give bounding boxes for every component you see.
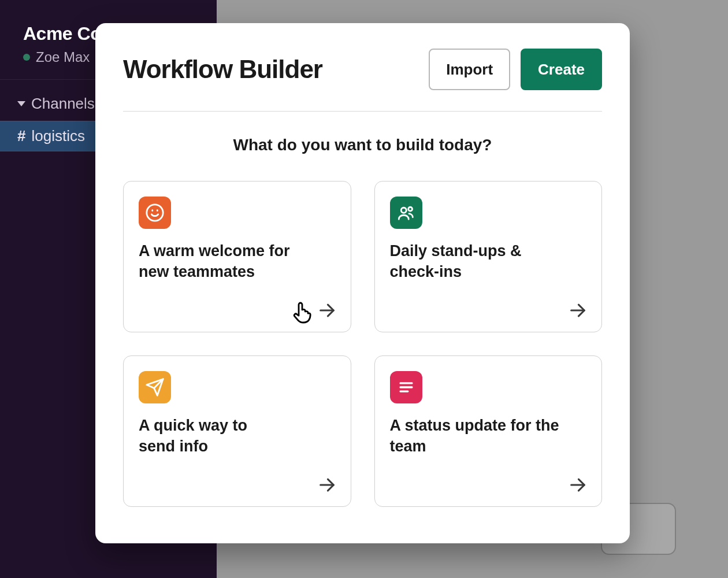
arrow-right-icon	[317, 301, 337, 320]
template-card-title: A quick way to send info	[139, 415, 266, 457]
import-button-label: Import	[446, 61, 493, 79]
template-card-standup[interactable]: Daily stand-ups & check-ins	[374, 181, 603, 332]
hash-icon: #	[17, 127, 25, 145]
modal-header: Workflow Builder Import Create	[123, 49, 602, 90]
template-card-title: A warm welcome for new teammates	[139, 240, 312, 283]
modal-title: Workflow Builder	[123, 55, 322, 84]
people-icon	[390, 197, 422, 229]
channel-name-label: logistics	[31, 127, 84, 145]
modal-actions: Import Create	[429, 49, 602, 90]
template-card-sendinfo[interactable]: A quick way to send info	[123, 355, 351, 507]
create-button[interactable]: Create	[521, 49, 602, 90]
import-button[interactable]: Import	[429, 49, 510, 90]
smile-icon	[139, 197, 171, 229]
channels-section-label: Channels	[31, 95, 95, 113]
presence-indicator-icon	[23, 54, 30, 61]
template-card-status[interactable]: A status update for the team	[374, 355, 603, 507]
arrow-right-icon	[568, 475, 588, 495]
svg-point-5	[408, 207, 412, 211]
modal-prompt: What do you want to build today?	[123, 136, 602, 154]
lines-icon	[390, 371, 422, 403]
template-card-grid: A warm welcome for new teammates	[123, 181, 602, 507]
workflow-builder-modal: Workflow Builder Import Create What do y…	[95, 23, 630, 543]
modal-divider	[123, 111, 602, 112]
svg-point-0	[147, 205, 163, 221]
svg-point-4	[401, 208, 406, 213]
create-button-label: Create	[538, 61, 585, 79]
user-name-label: Zoe Max	[36, 49, 90, 65]
paper-plane-icon	[139, 371, 171, 403]
template-card-welcome[interactable]: A warm welcome for new teammates	[123, 181, 351, 332]
arrow-right-icon	[568, 301, 588, 320]
pointer-cursor-icon	[288, 298, 316, 326]
template-card-title: A status update for the team	[390, 415, 563, 457]
caret-down-icon	[17, 101, 25, 106]
template-card-title: Daily stand-ups & check-ins	[390, 240, 563, 283]
arrow-right-icon	[317, 475, 337, 495]
